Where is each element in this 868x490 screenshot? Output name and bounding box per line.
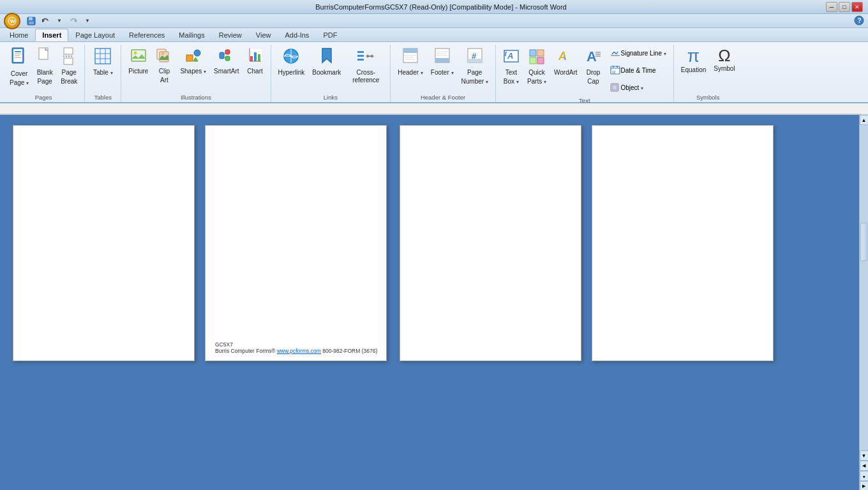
- symbol-button[interactable]: Ω Symbol: [710, 45, 738, 75]
- svg-point-25: [133, 52, 137, 55]
- tab-home[interactable]: Home: [3, 29, 35, 41]
- scroll-thumb[interactable]: [860, 223, 867, 261]
- footer-button[interactable]: Footer ▾: [428, 45, 457, 78]
- customize-qat[interactable]: ▼: [82, 15, 93, 27]
- tab-review[interactable]: Review: [212, 29, 249, 41]
- cross-reference-icon: [356, 47, 375, 68]
- svg-rect-81: [613, 66, 614, 68]
- chart-button[interactable]: Chart: [244, 45, 267, 77]
- header-button[interactable]: Header ▾: [394, 45, 426, 78]
- window-title: BurrisComputerFormsGC5X7 (Read-Only) [Co…: [56, 3, 826, 11]
- tab-insert[interactable]: Insert: [35, 29, 68, 41]
- svg-rect-19: [95, 48, 110, 64]
- cover-page-icon: [11, 47, 27, 69]
- blank-page-icon: [38, 47, 52, 68]
- ribbon: Cover Page ▾ Blank Page: [0, 42, 868, 103]
- bookmark-icon: [320, 47, 334, 68]
- smartart-button[interactable]: SmartArt: [211, 45, 242, 77]
- clip-art-button[interactable]: Clip Art: [153, 45, 176, 86]
- page-1: [13, 125, 195, 361]
- svg-rect-48: [357, 59, 364, 61]
- ribbon-group-tables: Table ▾ Tables: [85, 45, 121, 102]
- table-icon: [94, 47, 112, 68]
- page-3: [400, 125, 581, 361]
- hyperlink-button[interactable]: Hyperlink: [275, 45, 308, 78]
- scroll-down-button[interactable]: ▼: [860, 450, 869, 461]
- tab-references[interactable]: References: [122, 29, 172, 41]
- horizontal-ruler: // Will be done in CSS: [0, 103, 868, 115]
- close-button[interactable]: ✕: [851, 2, 863, 12]
- svg-text:W: W: [10, 19, 15, 24]
- tab-addins[interactable]: Add-Ins: [278, 29, 316, 41]
- cover-page-button[interactable]: Cover Page ▾: [6, 45, 32, 89]
- window-controls: ─ □ ✕: [826, 2, 863, 12]
- tab-page-layout[interactable]: Page Layout: [68, 29, 122, 41]
- ribbon-group-links: Hyperlink Bookmark: [271, 45, 391, 102]
- ribbon-group-symbols: π Equation Ω Symbol Symbols: [674, 45, 742, 102]
- help-button[interactable]: ?: [854, 15, 864, 27]
- wordart-button[interactable]: A WordArt: [551, 45, 581, 78]
- ribbon-group-text: A Text Box ▾ Quick: [496, 45, 674, 102]
- footer-link[interactable]: www.pcforms.com: [277, 348, 321, 354]
- svg-rect-69: [530, 50, 536, 56]
- svg-marker-51: [366, 54, 368, 58]
- page-number-icon: #: [467, 47, 483, 68]
- svg-rect-58: [435, 58, 449, 63]
- scroll-next-page[interactable]: ▶: [860, 481, 869, 490]
- links-group-label: Links: [275, 93, 387, 101]
- svg-rect-14: [15, 57, 21, 58]
- page-break-button[interactable]: Page Break: [57, 45, 80, 87]
- tab-pdf[interactable]: PDF: [316, 29, 344, 41]
- wordart-icon: A: [557, 47, 574, 68]
- blank-page-button[interactable]: Blank Page: [33, 45, 56, 87]
- svg-rect-16: [64, 48, 73, 54]
- minimize-button[interactable]: ─: [826, 2, 837, 12]
- ribbon-tabs: Home Insert Page Layout References Maili…: [0, 28, 868, 42]
- undo-button[interactable]: [40, 15, 51, 27]
- scroll-prev-page[interactable]: ◀: [860, 461, 869, 471]
- svg-rect-39: [254, 52, 257, 61]
- symbols-group-label: Symbols: [678, 93, 738, 101]
- office-button[interactable]: W: [4, 13, 20, 29]
- object-button[interactable]: Object ▾: [606, 79, 670, 96]
- svg-rect-13: [15, 56, 20, 56]
- scroll-select[interactable]: ●: [860, 471, 869, 481]
- tab-view[interactable]: View: [249, 29, 278, 41]
- scroll-up-button[interactable]: ▲: [860, 115, 869, 125]
- text-col-right: Signature Line ▾ 12 Date & Time: [606, 45, 670, 96]
- shapes-button[interactable]: Shapes ▾: [177, 45, 209, 77]
- svg-rect-24: [131, 50, 146, 61]
- redo-button[interactable]: [68, 15, 79, 27]
- header-icon: [402, 47, 419, 68]
- clip-art-icon: [156, 47, 172, 66]
- date-time-button[interactable]: 12 Date & Time: [606, 62, 670, 78]
- svg-rect-71: [530, 57, 536, 64]
- svg-text:A: A: [587, 48, 597, 64]
- page-number-button[interactable]: # Page Number ▾: [458, 45, 491, 87]
- svg-rect-32: [220, 52, 224, 59]
- signature-line-button[interactable]: Signature Line ▾: [606, 45, 670, 61]
- quick-parts-button[interactable]: Quick Parts ▾: [524, 45, 550, 87]
- maximize-button[interactable]: □: [839, 2, 850, 12]
- svg-rect-70: [537, 50, 544, 56]
- svg-rect-18: [64, 58, 73, 64]
- tab-mailings[interactable]: Mailings: [172, 29, 211, 41]
- picture-button[interactable]: Picture: [125, 45, 151, 77]
- shapes-icon: [185, 47, 202, 66]
- cross-reference-button[interactable]: Cross-reference: [345, 45, 386, 86]
- symbol-icon: Ω: [718, 47, 730, 64]
- svg-text:12: 12: [612, 70, 616, 74]
- drop-cap-button[interactable]: A Drop Cap: [582, 45, 605, 87]
- svg-rect-33: [225, 50, 230, 54]
- scroll-track[interactable]: [860, 125, 868, 450]
- text-box-button[interactable]: A Text Box ▾: [500, 45, 523, 87]
- svg-rect-34: [225, 56, 230, 61]
- table-button[interactable]: Table ▾: [89, 45, 117, 78]
- tables-group-label: Tables: [89, 93, 117, 101]
- equation-button[interactable]: π Equation: [678, 45, 709, 76]
- bookmark-button[interactable]: Bookmark: [309, 45, 344, 78]
- svg-rect-29: [186, 55, 193, 61]
- save-button[interactable]: [26, 15, 37, 27]
- undo-dropdown[interactable]: ▼: [54, 15, 65, 27]
- vertical-scrollbar[interactable]: ▲ ▼ ◀ ● ▶: [859, 115, 868, 490]
